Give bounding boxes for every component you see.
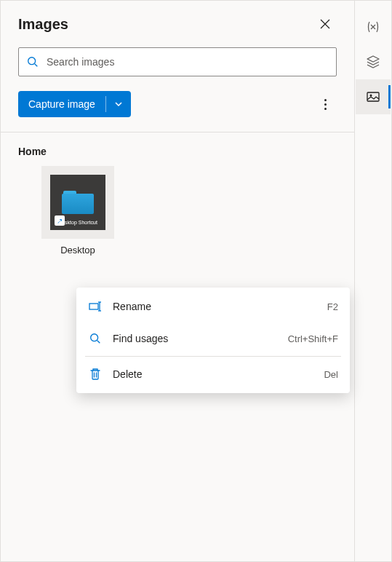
rename-icon (88, 299, 103, 314)
menu-item-find-usages[interactable]: Find usages Ctrl+Shift+F (76, 322, 350, 355)
capture-image-dropdown[interactable] (106, 91, 131, 117)
thumbnail-caption: Desktop Shortcut (50, 220, 105, 226)
thumbnail: ↗ Desktop Shortcut (41, 166, 114, 239)
rail-variables-button[interactable] (356, 9, 391, 44)
menu-item-delete[interactable]: Delete Del (76, 358, 350, 390)
search-icon (88, 331, 103, 346)
menu-label: Find usages (113, 333, 278, 344)
section-label: Home (18, 146, 337, 157)
context-menu: Rename F2 Find usages Ctrl+Shift+F Delet… (76, 288, 350, 393)
menu-label: Delete (113, 368, 313, 380)
close-icon (320, 19, 330, 29)
folder-icon (62, 191, 94, 214)
images-panel: Images Capture image Home (1, 1, 355, 561)
menu-separator (85, 356, 341, 357)
trash-icon (88, 367, 103, 381)
close-button[interactable] (313, 12, 337, 36)
images-icon (366, 90, 380, 104)
panel-title: Images (18, 16, 68, 33)
svg-rect-8 (367, 92, 379, 101)
search-input[interactable] (47, 56, 329, 68)
menu-shortcut: Ctrl+Shift+F (288, 333, 338, 344)
menu-shortcut: Del (324, 369, 338, 380)
image-item-label: Desktop (60, 245, 95, 256)
more-vertical-icon (324, 99, 327, 110)
menu-item-rename[interactable]: Rename F2 (76, 290, 350, 322)
rail-images-button[interactable] (356, 79, 391, 114)
thumbnail-grid: ↗ Desktop Shortcut Desktop (18, 166, 337, 256)
svg-point-6 (91, 334, 98, 341)
search-row (1, 41, 354, 82)
svg-rect-2 (89, 304, 98, 309)
svg-line-1 (35, 64, 38, 67)
rail-layers-button[interactable] (356, 44, 391, 79)
capture-image-label: Capture image (18, 91, 105, 117)
side-rail (355, 1, 391, 561)
menu-label: Rename (113, 301, 317, 312)
svg-line-7 (97, 341, 100, 344)
search-box[interactable] (18, 47, 337, 76)
svg-point-0 (28, 58, 36, 65)
action-row: Capture image (1, 82, 354, 132)
thumbnail-preview: ↗ Desktop Shortcut (50, 175, 105, 230)
image-item[interactable]: ↗ Desktop Shortcut Desktop (18, 166, 114, 256)
chevron-down-icon (114, 100, 123, 108)
more-button[interactable] (313, 92, 337, 116)
panel-header: Images (1, 1, 354, 41)
search-icon (26, 55, 39, 68)
svg-point-9 (370, 95, 372, 97)
menu-shortcut: F2 (327, 301, 338, 312)
capture-image-button[interactable]: Capture image (18, 91, 131, 117)
variables-icon (366, 20, 380, 34)
layers-icon (366, 55, 380, 69)
